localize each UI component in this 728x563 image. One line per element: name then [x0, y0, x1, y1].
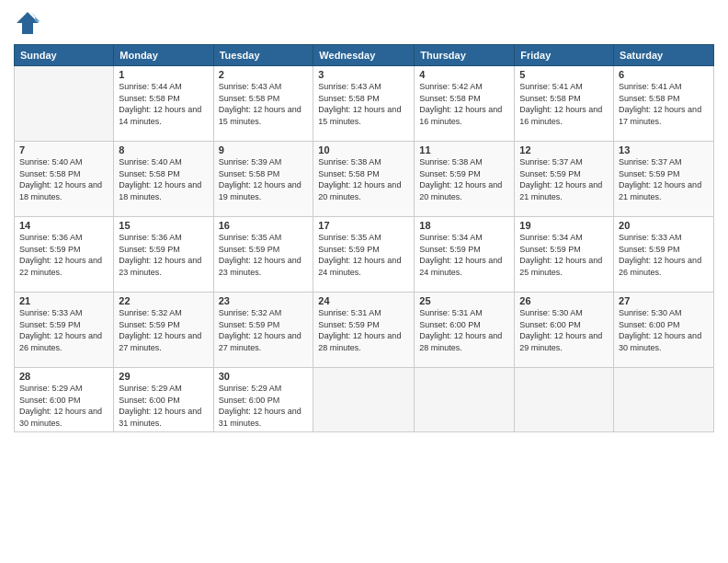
day-info: Sunrise: 5:31 AMSunset: 6:00 PMDaylight:…	[419, 307, 509, 353]
day-info: Sunrise: 5:34 AMSunset: 5:59 PMDaylight:…	[519, 232, 609, 278]
calendar-cell: 13Sunrise: 5:37 AMSunset: 5:59 PMDayligh…	[614, 142, 714, 217]
day-number: 6	[619, 69, 709, 80]
day-info: Sunrise: 5:33 AMSunset: 5:59 PMDaylight:…	[619, 232, 709, 278]
day-info: Sunrise: 5:39 AMSunset: 5:58 PMDaylight:…	[219, 156, 309, 202]
calendar-cell: 8Sunrise: 5:40 AMSunset: 5:58 PMDaylight…	[114, 142, 213, 217]
day-info: Sunrise: 5:41 AMSunset: 5:58 PMDaylight:…	[619, 81, 709, 127]
page: SundayMondayTuesdayWednesdayThursdayFrid…	[0, 0, 728, 563]
logo	[14, 9, 45, 37]
day-info: Sunrise: 5:30 AMSunset: 6:00 PMDaylight:…	[519, 307, 609, 353]
weekday-header-monday: Monday	[114, 45, 213, 66]
day-info: Sunrise: 5:29 AMSunset: 6:00 PMDaylight:…	[119, 383, 208, 429]
calendar-cell: 10Sunrise: 5:38 AMSunset: 5:58 PMDayligh…	[313, 142, 415, 217]
day-info: Sunrise: 5:30 AMSunset: 6:00 PMDaylight:…	[619, 307, 709, 353]
day-number: 30	[219, 371, 309, 382]
day-info: Sunrise: 5:44 AMSunset: 5:58 PMDaylight:…	[119, 81, 208, 127]
day-number: 12	[519, 144, 609, 155]
calendar-cell: 16Sunrise: 5:35 AMSunset: 5:59 PMDayligh…	[213, 217, 313, 293]
day-number: 16	[219, 220, 309, 231]
calendar-table: SundayMondayTuesdayWednesdayThursdayFrid…	[14, 44, 714, 432]
day-number: 2	[219, 69, 309, 80]
day-info: Sunrise: 5:42 AMSunset: 5:58 PMDaylight:…	[419, 81, 509, 127]
calendar-cell: 6Sunrise: 5:41 AMSunset: 5:58 PMDaylight…	[614, 66, 714, 142]
calendar-cell: 7Sunrise: 5:40 AMSunset: 5:58 PMDaylight…	[15, 142, 114, 217]
calendar-cell: 23Sunrise: 5:32 AMSunset: 5:59 PMDayligh…	[213, 293, 313, 368]
day-info: Sunrise: 5:40 AMSunset: 5:58 PMDaylight:…	[119, 156, 208, 202]
day-info: Sunrise: 5:43 AMSunset: 5:58 PMDaylight:…	[318, 81, 409, 127]
day-info: Sunrise: 5:29 AMSunset: 6:00 PMDaylight:…	[219, 383, 309, 429]
day-number: 25	[419, 295, 509, 306]
calendar-week-row: 7Sunrise: 5:40 AMSunset: 5:58 PMDaylight…	[15, 142, 714, 217]
calendar-cell	[415, 368, 515, 432]
day-info: Sunrise: 5:36 AMSunset: 5:59 PMDaylight:…	[19, 232, 108, 278]
calendar-cell: 12Sunrise: 5:37 AMSunset: 5:59 PMDayligh…	[515, 142, 614, 217]
calendar-cell: 30Sunrise: 5:29 AMSunset: 6:00 PMDayligh…	[213, 368, 313, 432]
day-info: Sunrise: 5:41 AMSunset: 5:58 PMDaylight:…	[519, 81, 609, 127]
day-info: Sunrise: 5:36 AMSunset: 5:59 PMDaylight:…	[119, 232, 208, 278]
calendar-week-row: 14Sunrise: 5:36 AMSunset: 5:59 PMDayligh…	[15, 217, 714, 293]
calendar-week-row: 28Sunrise: 5:29 AMSunset: 6:00 PMDayligh…	[15, 368, 714, 432]
calendar-cell: 15Sunrise: 5:36 AMSunset: 5:59 PMDayligh…	[114, 217, 213, 293]
calendar-cell: 3Sunrise: 5:43 AMSunset: 5:58 PMDaylight…	[313, 66, 415, 142]
day-number: 29	[119, 371, 208, 382]
calendar-cell: 25Sunrise: 5:31 AMSunset: 6:00 PMDayligh…	[415, 293, 515, 368]
day-info: Sunrise: 5:32 AMSunset: 5:59 PMDaylight:…	[119, 307, 208, 353]
day-number: 17	[318, 220, 409, 231]
header	[14, 9, 714, 37]
day-number: 14	[19, 220, 108, 231]
calendar-cell: 24Sunrise: 5:31 AMSunset: 5:59 PMDayligh…	[313, 293, 415, 368]
day-info: Sunrise: 5:43 AMSunset: 5:58 PMDaylight:…	[219, 81, 309, 127]
day-number: 23	[219, 295, 309, 306]
calendar-week-row: 21Sunrise: 5:33 AMSunset: 5:59 PMDayligh…	[15, 293, 714, 368]
day-number: 22	[119, 295, 208, 306]
day-info: Sunrise: 5:33 AMSunset: 5:59 PMDaylight:…	[19, 307, 108, 353]
weekday-header-sunday: Sunday	[15, 45, 114, 66]
calendar-header-row: SundayMondayTuesdayWednesdayThursdayFrid…	[15, 45, 714, 66]
day-number: 7	[19, 144, 108, 155]
day-number: 24	[318, 295, 409, 306]
calendar-cell: 2Sunrise: 5:43 AMSunset: 5:58 PMDaylight…	[213, 66, 313, 142]
day-number: 11	[419, 144, 509, 155]
weekday-header-tuesday: Tuesday	[213, 45, 313, 66]
calendar-cell	[313, 368, 415, 432]
calendar-cell: 21Sunrise: 5:33 AMSunset: 5:59 PMDayligh…	[15, 293, 114, 368]
day-number: 20	[619, 220, 709, 231]
calendar-cell: 26Sunrise: 5:30 AMSunset: 6:00 PMDayligh…	[515, 293, 614, 368]
day-number: 4	[419, 69, 509, 80]
calendar-cell: 1Sunrise: 5:44 AMSunset: 5:58 PMDaylight…	[114, 66, 213, 142]
day-number: 3	[318, 69, 409, 80]
day-info: Sunrise: 5:29 AMSunset: 6:00 PMDaylight:…	[19, 383, 108, 429]
day-info: Sunrise: 5:40 AMSunset: 5:58 PMDaylight:…	[19, 156, 108, 202]
calendar-cell: 5Sunrise: 5:41 AMSunset: 5:58 PMDaylight…	[515, 66, 614, 142]
day-number: 21	[19, 295, 108, 306]
calendar-cell: 28Sunrise: 5:29 AMSunset: 6:00 PMDayligh…	[15, 368, 114, 432]
calendar-cell: 14Sunrise: 5:36 AMSunset: 5:59 PMDayligh…	[15, 217, 114, 293]
day-info: Sunrise: 5:35 AMSunset: 5:59 PMDaylight:…	[318, 232, 409, 278]
calendar-cell: 11Sunrise: 5:38 AMSunset: 5:59 PMDayligh…	[415, 142, 515, 217]
weekday-header-saturday: Saturday	[614, 45, 714, 66]
day-number: 10	[318, 144, 409, 155]
day-number: 18	[419, 220, 509, 231]
day-number: 15	[119, 220, 208, 231]
logo-icon	[14, 9, 41, 37]
calendar-cell: 4Sunrise: 5:42 AMSunset: 5:58 PMDaylight…	[415, 66, 515, 142]
day-info: Sunrise: 5:37 AMSunset: 5:59 PMDaylight:…	[519, 156, 609, 202]
calendar-cell: 9Sunrise: 5:39 AMSunset: 5:58 PMDaylight…	[213, 142, 313, 217]
calendar-week-row: 1Sunrise: 5:44 AMSunset: 5:58 PMDaylight…	[15, 66, 714, 142]
day-number: 13	[619, 144, 709, 155]
day-info: Sunrise: 5:34 AMSunset: 5:59 PMDaylight:…	[419, 232, 509, 278]
svg-marker-0	[17, 12, 39, 34]
calendar-cell: 17Sunrise: 5:35 AMSunset: 5:59 PMDayligh…	[313, 217, 415, 293]
calendar-cell	[15, 66, 114, 142]
day-number: 8	[119, 144, 208, 155]
calendar-cell: 22Sunrise: 5:32 AMSunset: 5:59 PMDayligh…	[114, 293, 213, 368]
calendar-cell: 29Sunrise: 5:29 AMSunset: 6:00 PMDayligh…	[114, 368, 213, 432]
day-info: Sunrise: 5:37 AMSunset: 5:59 PMDaylight:…	[619, 156, 709, 202]
day-number: 19	[519, 220, 609, 231]
weekday-header-wednesday: Wednesday	[313, 45, 415, 66]
calendar-cell	[614, 368, 714, 432]
day-info: Sunrise: 5:38 AMSunset: 5:58 PMDaylight:…	[318, 156, 409, 202]
day-number: 26	[519, 295, 609, 306]
calendar-cell	[515, 368, 614, 432]
day-number: 9	[219, 144, 309, 155]
